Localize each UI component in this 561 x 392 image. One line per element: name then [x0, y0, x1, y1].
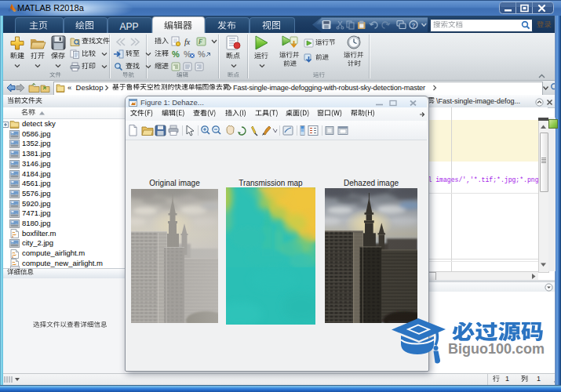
svg-text:%: % [198, 49, 206, 59]
svg-text:%: % [172, 49, 180, 59]
svg-text:?: ? [412, 22, 416, 29]
svg-text:%: % [184, 49, 191, 59]
svg-text:F: F [198, 38, 202, 45]
svg-text:fx: fx [184, 38, 191, 46]
